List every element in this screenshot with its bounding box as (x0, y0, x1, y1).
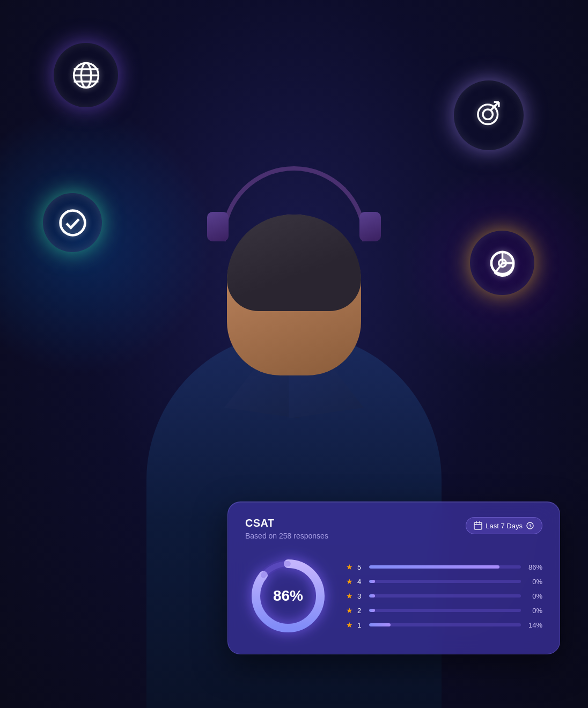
rating-percent-1: 14% (525, 621, 542, 629)
csat-score-display: 86% (273, 587, 303, 604)
rating-label-1: 1 (357, 621, 365, 629)
svg-point-10 (498, 259, 506, 267)
rating-percent-2: 0% (525, 607, 542, 615)
star-icon-2: ★ (346, 606, 353, 615)
rating-percent-4: 0% (525, 578, 542, 586)
csat-card: CSAT Based on 258 responses Last 7 Days (227, 502, 560, 654)
svg-rect-11 (474, 522, 482, 529)
rating-bar-track-1 (369, 623, 521, 626)
date-filter-label: Last 7 Days (486, 522, 523, 530)
csat-donut-chart: 86% (245, 553, 331, 639)
rating-bar-track-4 (369, 580, 521, 583)
csat-title: CSAT (245, 517, 328, 529)
rating-row-1: ★ 1 14% (346, 621, 542, 629)
rating-row-4: ★ 4 0% (346, 577, 542, 586)
floating-check-icon (43, 193, 102, 252)
rating-bar-fill-1 (369, 623, 391, 626)
rating-row-5: ★ 5 86% (346, 563, 542, 571)
rating-bar-track-3 (369, 594, 521, 598)
headset-left-earcup (207, 212, 229, 241)
rating-bar-track-2 (369, 609, 521, 612)
floating-globe-icon (54, 43, 118, 107)
rating-label-5: 5 (357, 563, 365, 571)
calendar-icon (474, 521, 482, 530)
bg-glow-left (0, 107, 215, 375)
csat-card-header: CSAT Based on 258 responses Last 7 Days (245, 517, 542, 540)
rating-label-4: 4 (357, 578, 365, 586)
rating-label-3: 3 (357, 592, 365, 600)
rating-percent-3: 0% (525, 592, 542, 600)
rating-bar-fill-2 (369, 609, 375, 612)
rating-bar-fill-5 (369, 565, 499, 569)
rating-percent-5: 86% (525, 563, 542, 571)
rating-row-2: ★ 2 0% (346, 606, 542, 615)
star-icon-3: ★ (346, 592, 353, 600)
star-icon-1: ★ (346, 621, 353, 629)
date-filter-button[interactable]: Last 7 Days (466, 517, 542, 534)
csat-title-group: CSAT Based on 258 responses (245, 517, 328, 540)
headset-right-earcup (359, 212, 381, 241)
rating-bar-track-5 (369, 565, 521, 569)
csat-ratings-list: ★ 5 86% ★ 4 0% ★ 3 (346, 563, 542, 629)
star-icon-5: ★ (346, 563, 353, 571)
svg-point-8 (60, 210, 85, 235)
floating-target-icon (454, 80, 524, 150)
dropdown-icon (526, 521, 534, 530)
headset-band (222, 166, 366, 241)
csat-body: 86% ★ 5 86% ★ 4 0% (245, 553, 542, 639)
svg-point-6 (483, 109, 493, 119)
rating-label-2: 2 (357, 607, 365, 615)
star-icon-4: ★ (346, 577, 353, 586)
csat-subtitle: Based on 258 responses (245, 532, 328, 540)
rating-row-3: ★ 3 0% (346, 592, 542, 600)
floating-pie-chart-icon (470, 231, 534, 295)
rating-bar-fill-4 (369, 580, 375, 583)
rating-bar-fill-3 (369, 594, 375, 598)
